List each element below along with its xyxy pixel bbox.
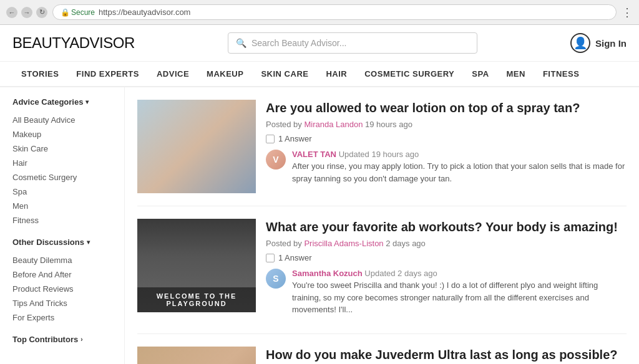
playground-overlay-text: WELCOME TO THE PLAYGROUND <box>137 287 256 312</box>
post-body-3: How do you make Juvederm Ultra last as l… <box>266 347 627 365</box>
top-contributors-label: Top Contributors <box>12 335 78 344</box>
reply-text-1: After you rinse, you may apply lotion. T… <box>292 160 627 184</box>
back-button[interactable]: ← <box>6 7 17 18</box>
user-avatar-icon: 👤 <box>570 33 590 53</box>
reply-avatar-2: S <box>266 269 286 289</box>
chevron-down-icon: ▾ <box>85 98 89 105</box>
top-contributors-section[interactable]: Top Contributors › <box>12 335 112 344</box>
advice-categories-list: All Beauty Advice Makeup Skin Care Hair … <box>12 113 112 228</box>
reply-name-2[interactable]: Samantha Kozuch <box>292 269 363 278</box>
post-author-1[interactable]: Miranda Landon <box>304 120 363 129</box>
post-card-3: How do you make Juvederm Ultra last as l… <box>137 334 627 365</box>
nav-item-cosmetic-surgery[interactable]: COSMETIC SURGERY <box>356 62 463 86</box>
search-icon: 🔍 <box>236 38 246 48</box>
other-discussions-label: Other Discussions <box>12 237 84 247</box>
nav-item-fitness[interactable]: FITNESS <box>534 62 588 86</box>
answer-count-text-1: 1 Answer <box>278 134 311 143</box>
reply-header-1: VALET TAN Updated 19 hours ago <box>292 150 627 159</box>
reply-time-1: Updated 19 hours ago <box>339 150 419 159</box>
nav-item-skin-care[interactable]: SKIN CARE <box>252 62 317 86</box>
chevron-right-icon: › <box>80 336 82 343</box>
answer-count-text-2: 1 Answer <box>278 253 311 262</box>
post-time-2: 2 days ago <box>386 239 426 248</box>
logo-light: ADVISOR <box>69 34 135 51</box>
post-image-3 <box>137 347 256 365</box>
sidebar-item-cosmetic-surgery[interactable]: Cosmetic Surgery <box>12 170 112 184</box>
url-text: https://beautyadvisor.com <box>99 7 190 17</box>
nav-item-find-experts[interactable]: FIND EXPERTS <box>67 62 148 86</box>
main-layout: Advice Categories ▾ All Beauty Advice Ma… <box>0 87 639 364</box>
post-meta-1: Posted by Miranda Landon 19 hours ago <box>266 120 627 129</box>
sidebar: Advice Categories ▾ All Beauty Advice Ma… <box>0 87 125 364</box>
reply-content-1: VALET TAN Updated 19 hours ago After you… <box>292 150 627 184</box>
reply-header-2: Samantha Kozuch Updated 2 days ago <box>292 269 627 278</box>
nav-item-advice[interactable]: ADVICE <box>148 62 198 86</box>
sidebar-item-all-beauty[interactable]: All Beauty Advice <box>12 113 112 127</box>
post-title-1[interactable]: Are you allowed to wear lotion on top of… <box>266 100 627 116</box>
post-body-1: Are you allowed to wear lotion on top of… <box>266 100 627 193</box>
sign-in-area[interactable]: 👤 Sign In <box>570 33 627 53</box>
sidebar-item-for-experts[interactable]: For Experts <box>12 310 112 325</box>
post-image-inner-3 <box>137 347 256 365</box>
reply-text-2: You're too sweet Priscilla and thank you… <box>292 279 627 316</box>
nav-item-men[interactable]: MEN <box>498 62 534 86</box>
sidebar-item-before-after[interactable]: Before And After <box>12 267 112 282</box>
reply-name-1[interactable]: VALET TAN <box>292 150 336 159</box>
sidebar-item-tips-tricks[interactable]: Tips And Tricks <box>12 296 112 310</box>
sidebar-item-hair[interactable]: Hair <box>12 156 112 170</box>
checkbox-icon-2 <box>266 254 275 262</box>
post-answer-count-1: 1 Answer <box>266 134 627 143</box>
sidebar-item-spa[interactable]: Spa <box>12 184 112 199</box>
post-image-1 <box>137 100 256 193</box>
search-placeholder-text: Search Beauty Advisor... <box>251 38 347 48</box>
chevron-down-icon-2: ▾ <box>87 239 90 246</box>
reply-block-2: S Samantha Kozuch Updated 2 days ago You… <box>266 269 627 316</box>
browser-menu-button[interactable]: ⋮ <box>622 6 633 19</box>
post-image-2: WELCOME TO THE PLAYGROUND <box>137 219 256 312</box>
sign-in-button[interactable]: Sign In <box>595 38 627 49</box>
post-card-1: Are you allowed to wear lotion on top of… <box>137 87 627 206</box>
sidebar-item-men[interactable]: Men <box>12 199 112 213</box>
post-title-2[interactable]: What are your favorite ab workouts? Your… <box>266 219 627 235</box>
post-card-2: WELCOME TO THE PLAYGROUND What are your … <box>137 206 627 334</box>
nav-item-spa[interactable]: SPA <box>463 62 497 86</box>
address-bar[interactable]: 🔒 Secure https://beautyadvisor.com <box>52 4 617 20</box>
sidebar-item-product-reviews[interactable]: Product Reviews <box>12 282 112 296</box>
sidebar-item-makeup[interactable]: Makeup <box>12 127 112 141</box>
sidebar-item-fitness[interactable]: Fitness <box>12 213 112 228</box>
reply-avatar-1: V <box>266 150 286 170</box>
reply-time-2: Updated 2 days ago <box>364 269 437 278</box>
reply-content-2: Samantha Kozuch Updated 2 days ago You'r… <box>292 269 627 316</box>
refresh-button[interactable]: ↻ <box>36 7 47 18</box>
post-time-1: 19 hours ago <box>365 120 412 129</box>
post-title-3[interactable]: How do you make Juvederm Ultra last as l… <box>266 347 627 363</box>
forward-button[interactable]: → <box>21 7 32 18</box>
secure-badge: 🔒 Secure <box>61 8 95 17</box>
nav-item-makeup[interactable]: MAKEUP <box>198 62 252 86</box>
site-header: BEAUTYADVISOR 🔍 Search Beauty Advisor...… <box>0 25 639 62</box>
post-author-2[interactable]: Priscilla Adams-Liston <box>304 239 383 248</box>
main-nav: STORIESFIND EXPERTSADVICEMAKEUPSKIN CARE… <box>0 62 639 87</box>
posts-content: Are you allowed to wear lotion on top of… <box>125 87 639 364</box>
sidebar-item-beauty-dilemma[interactable]: Beauty Dilemma <box>12 253 112 267</box>
nav-item-hair[interactable]: HAIR <box>317 62 356 86</box>
other-discussions-section[interactable]: Other Discussions ▾ <box>12 237 112 247</box>
browser-chrome: ← → ↻ 🔒 Secure https://beautyadvisor.com… <box>0 0 639 25</box>
advice-categories-label: Advice Categories <box>12 97 83 107</box>
post-body-2: What are your favorite ab workouts? Your… <box>266 219 627 321</box>
search-bar[interactable]: 🔍 Search Beauty Advisor... <box>228 32 477 54</box>
post-image-inner-1 <box>137 100 256 193</box>
browser-nav-controls[interactable]: ← → ↻ <box>6 7 47 18</box>
post-meta-2: Posted by Priscilla Adams-Liston 2 days … <box>266 239 627 248</box>
nav-item-stories[interactable]: STORIES <box>12 62 67 86</box>
advice-categories-section[interactable]: Advice Categories ▾ <box>12 97 112 107</box>
site-logo[interactable]: BEAUTYADVISOR <box>12 34 135 52</box>
logo-bold: BEAUTY <box>12 34 69 51</box>
other-discussions-list: Beauty Dilemma Before And After Product … <box>12 253 112 325</box>
checkbox-icon-1 <box>266 135 275 143</box>
post-answer-count-2: 1 Answer <box>266 253 627 262</box>
reply-block-1: V VALET TAN Updated 19 hours ago After y… <box>266 150 627 184</box>
sidebar-item-skin-care[interactable]: Skin Care <box>12 141 112 156</box>
